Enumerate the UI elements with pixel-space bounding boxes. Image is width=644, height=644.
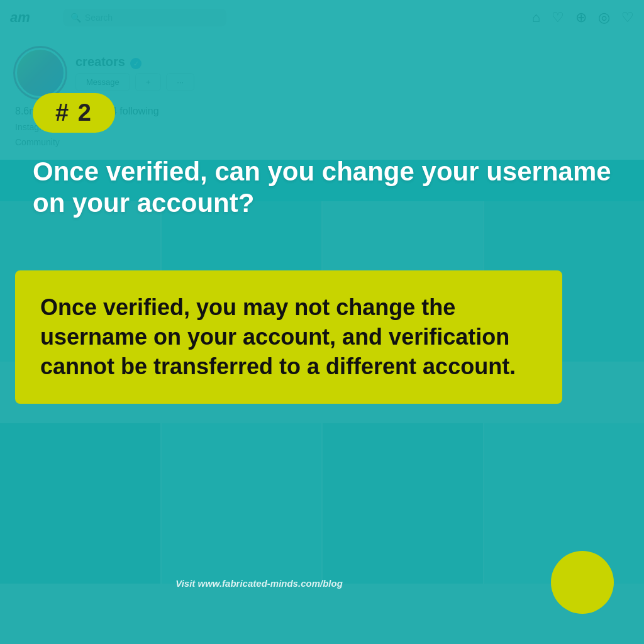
question-text: Once verified, can you change your usern… [33, 156, 611, 219]
answer-text: Once verified, you may not change the us… [40, 293, 537, 381]
answer-box: Once verified, you may not change the us… [15, 270, 562, 404]
website-text: Visit www.fabricated-minds.com/blog [0, 578, 518, 589]
yellow-circle-decoration [551, 551, 614, 614]
content-layer: # 2 Once verified, can you change your u… [0, 0, 644, 644]
number-badge: # 2 [33, 93, 115, 133]
page-container: am 🔍 Search ⌂ ♡ ⊕ ◎ ♡ creators ✓ [0, 0, 644, 644]
